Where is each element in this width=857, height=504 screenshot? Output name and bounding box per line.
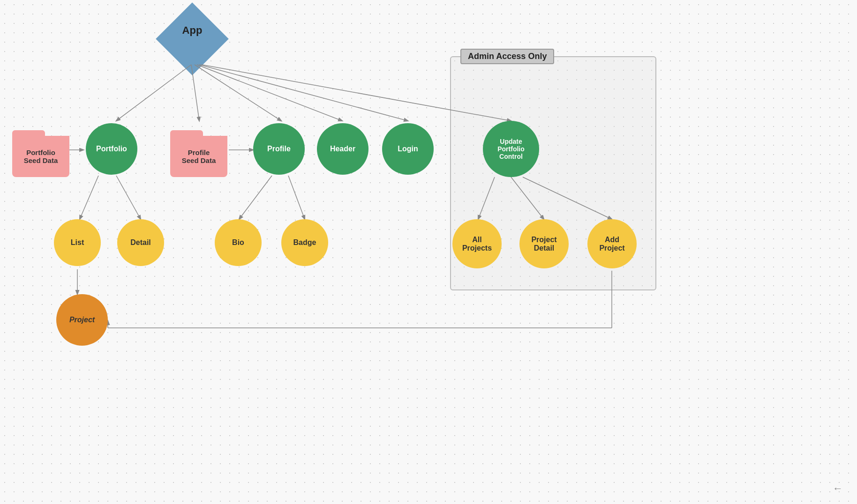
svg-line-11 — [288, 176, 305, 219]
nav-left-arrow[interactable]: ← — [833, 482, 843, 495]
app-diamond-shape — [156, 2, 229, 75]
diagram-canvas: App Admin Access Only Portfolio Seed Dat… — [0, 0, 857, 504]
list-node: List — [54, 219, 101, 266]
nav-arrow-label: ← — [833, 482, 843, 494]
project-detail-label: Project Detail — [531, 236, 556, 252]
svg-line-10 — [239, 176, 272, 219]
badge-node: Badge — [281, 219, 328, 266]
update-portfolio-label: Update Portfolio Control — [497, 138, 525, 160]
svg-line-0 — [116, 65, 191, 121]
app-node-label: App — [166, 24, 218, 37]
all-projects-label: All Projects — [462, 236, 492, 252]
header-label: Header — [330, 145, 355, 153]
profile-node: Profile — [253, 123, 305, 175]
profile-label: Profile — [267, 145, 291, 153]
header-node: Header — [317, 123, 368, 175]
project-node: Project — [56, 294, 108, 346]
badge-label: Badge — [293, 238, 316, 247]
all-projects-node: All Projects — [452, 219, 502, 268]
svg-line-3 — [197, 65, 342, 121]
portfolio-node: Portfolio — [86, 123, 137, 175]
update-portfolio-control-node: Update Portfolio Control — [483, 121, 539, 177]
bio-label: Bio — [232, 238, 244, 247]
profile-seed-folder: Profile Seed Data — [170, 130, 227, 177]
project-label: Project — [69, 316, 95, 324]
login-label: Login — [398, 145, 418, 153]
add-project-label: Add Project — [599, 236, 624, 252]
svg-line-9 — [116, 176, 141, 219]
svg-line-4 — [199, 65, 408, 121]
svg-line-2 — [195, 65, 281, 121]
detail-node: Detail — [117, 219, 164, 266]
detail-label: Detail — [130, 238, 151, 247]
list-label: List — [71, 238, 84, 247]
portfolio-seed-label: Portfolio Seed Data — [24, 148, 58, 164]
portfolio-seed-folder: Portfolio Seed Data — [12, 130, 69, 177]
svg-line-8 — [80, 176, 98, 219]
profile-seed-label: Profile Seed Data — [182, 148, 216, 164]
project-detail-node: Project Detail — [519, 219, 569, 268]
login-node: Login — [382, 123, 434, 175]
add-project-node: Add Project — [587, 219, 637, 268]
admin-access-label: Admin Access Only — [460, 49, 554, 64]
bio-node: Bio — [215, 219, 262, 266]
portfolio-label: Portfolio — [96, 145, 127, 153]
